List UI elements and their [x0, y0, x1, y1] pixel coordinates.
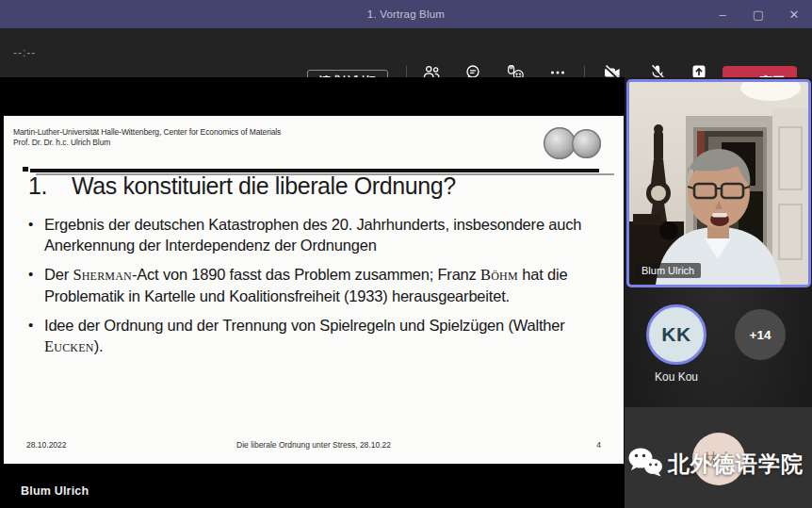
slide-title-text: Was konstituiert die liberale Ordnung?	[72, 172, 456, 200]
presentation-slide: Martin-Luther-Universität Halle-Wittenbe…	[4, 116, 624, 464]
window-title: 1. Vortrag Blum	[367, 8, 445, 20]
shared-screen-stage: Martin-Luther-Universität Halle-Wittenbe…	[0, 77, 625, 508]
bullet-item: • Ergebnis der deutschen Katastrophen de…	[28, 214, 605, 255]
bullet-text: Ergebnis der deutschen Katastrophen des …	[44, 214, 605, 255]
participant-avatar-kou-kou[interactable]: KK	[646, 304, 706, 365]
slide-title-number: 1.	[28, 172, 47, 200]
seal-icon	[544, 127, 576, 159]
header-rule-thick	[30, 169, 599, 172]
watermark-text: 北外德语学院	[668, 450, 804, 479]
seal-icon	[572, 129, 601, 158]
speaker-name-badge: Blum Ulrich	[635, 263, 701, 278]
speaker-video-scene	[629, 82, 808, 285]
slide-footer-date: 28.10.2022	[26, 440, 67, 450]
overflow-participants-badge[interactable]: +14	[735, 309, 786, 360]
window-controls: – ▢ ✕	[705, 0, 812, 28]
minimize-button[interactable]: –	[705, 0, 740, 28]
slide-page-number: 4	[596, 440, 601, 450]
participants-panel: Blum Ulrich KK Kou Kou +14 林中	[625, 77, 812, 508]
bullet-item: • Der Sherman-Act von 1890 fasst das Pro…	[28, 264, 605, 306]
university-seals	[544, 127, 601, 159]
watermark: 北外德语学院	[627, 447, 804, 481]
slide-title: 1. Was konstituiert die liberale Ordnung…	[28, 172, 456, 200]
meeting-main-area: Martin-Luther-Universität Halle-Wittenbe…	[0, 77, 812, 508]
avatar-initials: KK	[661, 323, 690, 346]
bullet-marker: •	[28, 315, 44, 357]
meeting-toolbar: --:-- 请求控制权 人员 聊天	[0, 28, 812, 77]
maximize-button[interactable]: ▢	[740, 0, 776, 28]
header-rule-square	[23, 167, 28, 172]
slide-footer-title: Die liberale Ordnung unter Stress, 28.10…	[4, 440, 624, 450]
participant-name-label: Kou Kou	[625, 370, 728, 384]
speaker-video-tile[interactable]: Blum Ulrich	[626, 79, 811, 287]
presenter-name-label: Blum Ulrich	[21, 484, 89, 498]
bullet-marker: •	[28, 214, 44, 255]
bullet-text: Idee der Ordnung und der Trennung von Sp…	[44, 315, 605, 357]
wechat-icon	[627, 447, 663, 481]
slide-header-line1: Martin-Luther-Universität Halle-Wittenbe…	[13, 127, 614, 138]
teams-meeting-window: 1. Vortrag Blum – ▢ ✕ --:-- 请求控制权 人员	[0, 0, 812, 508]
bullet-item: • Idee der Ordnung und der Trennung von …	[28, 315, 605, 357]
slide-header-line2: Prof. Dr. Dr. h.c. Ulrich Blum	[13, 138, 614, 148]
window-titlebar: 1. Vortrag Blum – ▢ ✕	[0, 0, 812, 28]
bullet-marker: •	[28, 264, 44, 306]
close-button[interactable]: ✕	[776, 0, 812, 28]
bullet-text: Der Sherman-Act von 1890 fasst das Probl…	[44, 264, 605, 306]
meeting-timer: --:--	[13, 46, 36, 59]
slide-bullets: • Ergebnis der deutschen Katastrophen de…	[28, 214, 605, 366]
slide-header: Martin-Luther-Universität Halle-Wittenbe…	[13, 127, 614, 148]
slide-footer: 28.10.2022 Die liberale Ordnung unter St…	[4, 440, 624, 450]
